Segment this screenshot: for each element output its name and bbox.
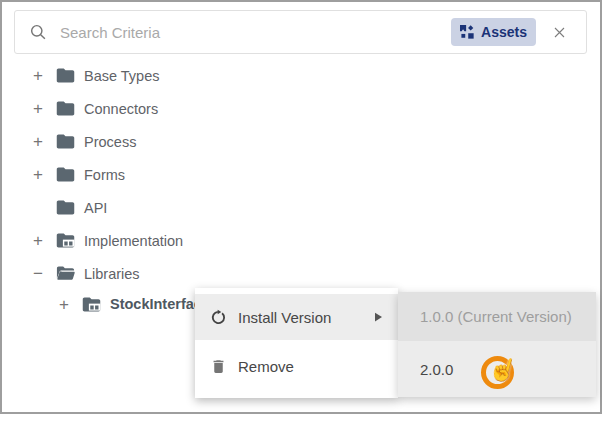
collapse-toggle[interactable]: − bbox=[30, 265, 46, 282]
clear-search-button[interactable] bbox=[550, 23, 568, 41]
tree-item-label: API bbox=[84, 200, 107, 216]
submenu-item-current-version: 1.0.0 (Current Version) bbox=[398, 292, 596, 341]
menu-item-label: Install Version bbox=[238, 309, 331, 326]
tree-item-forms[interactable]: + Forms bbox=[0, 158, 400, 191]
expand-toggle[interactable]: + bbox=[30, 100, 46, 117]
folder-icon bbox=[55, 197, 76, 218]
folder-icon bbox=[55, 98, 76, 119]
submenu-item-label: 1.0.0 (Current Version) bbox=[420, 308, 572, 325]
tree-item-label: Forms bbox=[84, 167, 125, 183]
search-input[interactable] bbox=[60, 24, 451, 41]
close-icon bbox=[552, 25, 567, 40]
refresh-icon bbox=[210, 309, 227, 326]
tree-item-implementation[interactable]: + Implementation bbox=[0, 224, 400, 257]
assets-grid-icon bbox=[460, 25, 474, 39]
asset-tree: + Base Types + Connectors + Process + Fo… bbox=[0, 59, 400, 318]
expand-toggle[interactable]: + bbox=[30, 232, 46, 249]
context-menu: Install Version Remove bbox=[195, 288, 398, 398]
search-icon bbox=[29, 23, 48, 42]
menu-item-install-version[interactable]: Install Version bbox=[195, 294, 398, 340]
folder-icon bbox=[55, 164, 76, 185]
tree-item-base-types[interactable]: + Base Types bbox=[0, 59, 400, 92]
expand-toggle[interactable]: + bbox=[30, 133, 46, 150]
folder-open-icon bbox=[55, 263, 76, 284]
version-submenu: 1.0.0 (Current Version) 2.0.0 bbox=[398, 292, 596, 397]
expand-toggle[interactable]: + bbox=[30, 166, 46, 183]
tree-item-label: Connectors bbox=[84, 101, 158, 117]
tree-item-libraries[interactable]: − Libraries bbox=[0, 257, 400, 290]
tree-item-connectors[interactable]: + Connectors bbox=[0, 92, 400, 125]
folder-grid-icon bbox=[81, 294, 102, 315]
submenu-item-label: 2.0.0 bbox=[420, 361, 453, 378]
search-bar: Assets bbox=[14, 10, 587, 54]
trash-icon bbox=[210, 358, 227, 375]
tree-item-label: Base Types bbox=[84, 68, 160, 84]
folder-grid-icon bbox=[55, 230, 76, 251]
submenu-item-2-0-0[interactable]: 2.0.0 bbox=[398, 341, 596, 397]
tree-item-label: Process bbox=[84, 134, 136, 150]
assets-filter-button[interactable]: Assets bbox=[451, 18, 536, 46]
expand-toggle[interactable]: + bbox=[56, 296, 72, 313]
tree-item-label: Libraries bbox=[84, 266, 140, 282]
folder-icon bbox=[55, 131, 76, 152]
tree-item-label: Implementation bbox=[84, 233, 183, 249]
assets-filter-label: Assets bbox=[481, 24, 527, 40]
expand-toggle[interactable]: + bbox=[30, 67, 46, 84]
tree-item-process[interactable]: + Process bbox=[0, 125, 400, 158]
menu-item-remove[interactable]: Remove bbox=[195, 340, 398, 392]
submenu-arrow-icon bbox=[375, 312, 382, 322]
tree-item-api[interactable]: API bbox=[0, 191, 400, 224]
folder-icon bbox=[55, 65, 76, 86]
menu-item-label: Remove bbox=[238, 358, 294, 375]
